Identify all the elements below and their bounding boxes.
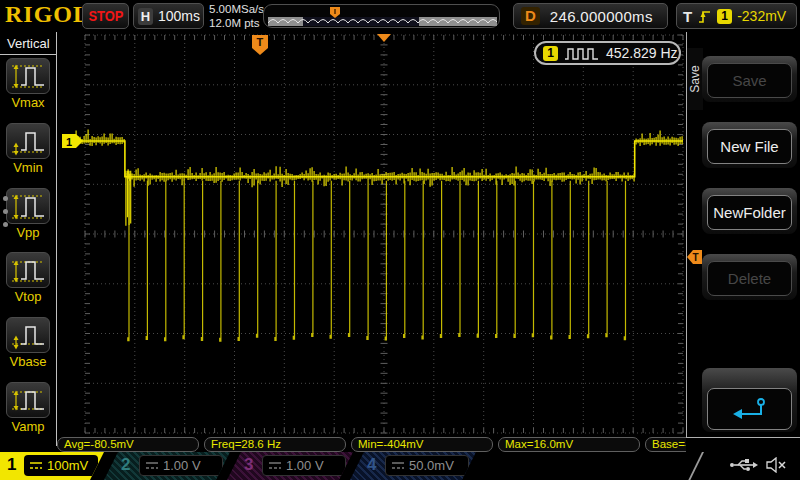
waveform-position-preview[interactable]	[263, 4, 500, 28]
channel-4-status[interactable]: 4 50.0mV	[350, 452, 476, 480]
channel-status-bar: 1 100mV 2 1.00 V 3 1.00 V	[0, 452, 800, 480]
sidebar-item-label: Vmax	[0, 95, 56, 110]
acquisition-info: 5.00MSa/s 12.0M pts	[209, 2, 264, 30]
trigger-readout-box[interactable]: T 1 -232mV	[676, 3, 797, 29]
statusbar-divider	[688, 452, 704, 480]
vmax-icon	[10, 61, 46, 91]
ch1-ground-marker[interactable]: 1	[62, 134, 85, 149]
channel-3-status[interactable]: 3 1.00 V	[227, 452, 353, 480]
frequency-counter-overlay: 1 452.829 Hz	[534, 41, 681, 65]
return-arrow-icon	[730, 395, 770, 423]
counter-channel-badge: 1	[543, 46, 558, 61]
ch1-trace	[57, 32, 686, 437]
svg-text:T: T	[257, 36, 264, 48]
save-button[interactable]: Save	[707, 63, 792, 98]
sidebar-item-label: Vtop	[0, 289, 56, 304]
sidebar-item-label: Vmin	[0, 160, 56, 175]
counter-frequency-value: 452.829 Hz	[606, 45, 678, 61]
sidebar-item-vbase[interactable]: Vbase	[0, 317, 56, 369]
new-folder-button[interactable]: NewFolder	[707, 195, 792, 230]
sidebar-item-vamp[interactable]: Vamp	[0, 382, 56, 434]
channel-number: 4	[367, 455, 376, 475]
channel-number: 1	[7, 455, 16, 475]
vbase-icon	[10, 320, 46, 350]
channel-2-status[interactable]: 2 1.00 V	[104, 452, 230, 480]
measurement-avg[interactable]: Avg=-80.5mV	[57, 437, 199, 452]
vamp-icon	[10, 385, 46, 415]
channel-number: 2	[121, 455, 130, 475]
measurement-status-bar: Avg=-80.5mV Freq=28.6 Hz Min=-404mV Max=…	[57, 437, 686, 452]
speaker-muted-icon	[766, 457, 787, 473]
preview-waveform	[268, 17, 497, 26]
sidebar-item-vtop[interactable]: Vtop	[0, 252, 56, 304]
channel-scale: 1.00 V	[163, 458, 201, 473]
dc-coupling-icon	[29, 461, 43, 470]
horizontal-label: H	[138, 8, 153, 25]
sidebar-item-vpp[interactable]: Vpp	[0, 188, 56, 240]
trigger-position-flag-icon[interactable]	[330, 7, 341, 19]
svg-text:1: 1	[66, 136, 72, 148]
channel-scale: 100mV	[47, 458, 88, 473]
rigol-logo: RIGOL	[5, 1, 90, 28]
save-menu-panel: Save T Save New File NewFolder Delete	[686, 32, 800, 452]
vtop-icon	[10, 255, 46, 285]
dc-coupling-icon	[268, 461, 282, 470]
run-state-indicator[interactable]: STOP	[82, 3, 129, 29]
measurement-freq[interactable]: Freq=28.6 Hz	[204, 437, 346, 452]
menu-divider-bottom	[686, 437, 800, 438]
delay-readout-box[interactable]: D 246.000000ms	[513, 3, 668, 29]
usb-icon	[729, 457, 759, 473]
measurement-base[interactable]: Base=-404mV	[645, 437, 686, 452]
vmin-icon	[10, 126, 46, 156]
rising-edge-icon	[697, 8, 712, 25]
channel-scale: 50.0mV	[409, 458, 454, 473]
sidebar-item-vmax[interactable]: Vmax	[0, 58, 56, 110]
square-wave-icon	[564, 47, 600, 60]
vertical-measure-sidebar: Vertical Vmax Vmin Vpp	[0, 32, 57, 446]
measurement-max[interactable]: Max=16.0mV	[498, 437, 640, 452]
sample-rate: 5.00MSa/s	[209, 2, 264, 16]
trigger-label: T	[683, 8, 692, 25]
sidebar-item-label: Vbase	[0, 354, 56, 369]
sidebar-item-label: Vpp	[0, 225, 56, 240]
channel-number: 3	[244, 455, 253, 475]
trigger-level-value: -232mV	[737, 8, 786, 24]
delay-value: 246.000000ms	[550, 8, 653, 25]
dc-coupling-icon	[391, 461, 405, 470]
memory-depth: 12.0M pts	[209, 16, 264, 30]
horizontal-timebase-box[interactable]: H 100ms	[133, 3, 204, 29]
page-dots-icon	[3, 188, 8, 235]
top-status-bar: RIGOL STOP H 100ms 5.00MSa/s 12.0M pts D…	[0, 0, 800, 33]
waveform-display[interactable]: 1 T 1 452.829 Hz	[57, 32, 686, 437]
sidebar-item-vmin[interactable]: Vmin	[0, 123, 56, 175]
delete-button[interactable]: Delete	[707, 261, 792, 296]
measurement-min[interactable]: Min=-404mV	[351, 437, 493, 452]
back-button[interactable]	[707, 388, 792, 430]
menu-tab-save: Save	[687, 48, 703, 110]
new-file-button[interactable]: New File	[707, 129, 792, 164]
run-state-label: STOP	[88, 8, 123, 24]
delay-label: D	[521, 7, 540, 25]
trigger-level-marker[interactable]: T	[687, 250, 703, 265]
dc-coupling-icon	[145, 461, 159, 470]
channel-1-status[interactable]: 1 100mV	[0, 452, 104, 480]
channel-scale: 1.00 V	[286, 458, 324, 473]
delay-center-marker-icon	[377, 34, 392, 43]
sidebar-title: Vertical	[0, 32, 56, 55]
trigger-position-marker[interactable]: T	[252, 35, 269, 56]
svg-text:T: T	[693, 252, 699, 263]
vpp-icon	[10, 191, 46, 221]
trigger-source-badge: 1	[717, 9, 732, 24]
sidebar-item-label: Vamp	[0, 419, 56, 434]
timebase-value: 100ms	[158, 8, 200, 24]
